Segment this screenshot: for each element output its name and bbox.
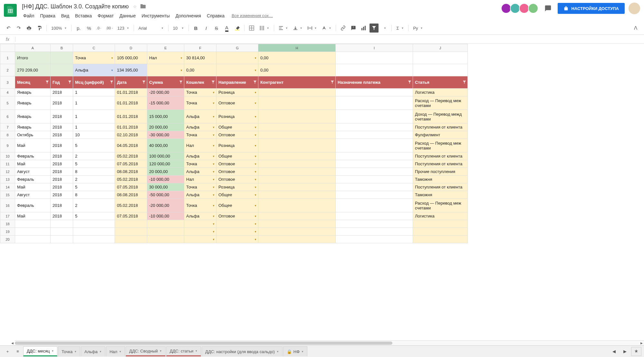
cell[interactable]: 1 [73, 123, 115, 131]
cell[interactable]: ▼ [216, 220, 258, 228]
col-header-J[interactable]: J [413, 44, 468, 52]
cell[interactable] [15, 228, 51, 236]
cell[interactable] [258, 89, 336, 96]
dropdown-arrow-icon[interactable]: ▼ [254, 162, 257, 165]
cell[interactable] [258, 139, 336, 152]
cell[interactable]: 20 000,00 [147, 123, 184, 131]
cell[interactable] [336, 139, 413, 152]
select-all-corner[interactable] [0, 44, 15, 52]
star-icon[interactable]: ☆ [133, 4, 137, 9]
cell[interactable] [147, 236, 184, 243]
cell[interactable] [336, 191, 413, 199]
cell[interactable]: Оптовое▼ [216, 212, 258, 220]
h-align-button[interactable]: ▼ [277, 24, 290, 33]
cell[interactable] [336, 176, 413, 183]
filter-icon[interactable] [408, 80, 411, 84]
dropdown-arrow-icon[interactable]: ▼ [254, 101, 257, 104]
cell[interactable]: Логистика [413, 89, 468, 96]
strikethrough-button[interactable]: S [212, 24, 221, 33]
col-header-D[interactable]: D [115, 44, 147, 52]
col-header-B[interactable]: B [51, 44, 73, 52]
cell[interactable] [258, 220, 336, 228]
row-header[interactable]: 15 [0, 191, 15, 199]
cell[interactable]: 2018 [51, 168, 73, 176]
filter-icon[interactable] [211, 80, 215, 84]
dropdown-arrow-icon[interactable]: ▼ [212, 178, 215, 181]
cell[interactable]: 2018 [51, 139, 73, 152]
cell[interactable]: Точка▼ [184, 96, 216, 110]
dropdown-arrow-icon[interactable]: ▼ [212, 193, 215, 196]
cell[interactable]: 2 [73, 199, 115, 212]
cell[interactable]: 105 000,00 [115, 52, 147, 64]
table-header-F[interactable]: Кошелек [184, 76, 216, 89]
cell[interactable] [336, 52, 413, 64]
dropdown-arrow-icon[interactable]: ▼ [254, 133, 257, 136]
cell[interactable]: 2018 [51, 96, 73, 110]
redo-button[interactable]: ↷ [14, 24, 23, 33]
row-header[interactable]: 10 [0, 152, 15, 160]
cell[interactable]: Январь [15, 89, 51, 96]
cell[interactable]: -30 000,00 [147, 131, 184, 139]
cell[interactable] [336, 236, 413, 243]
cell[interactable]: 2 [73, 176, 115, 183]
filter-icon[interactable] [179, 80, 183, 84]
cell[interactable]: Поступления от клиента [413, 152, 468, 160]
dropdown-arrow-icon[interactable]: ▼ [254, 170, 257, 173]
cell[interactable]: Доход — Перевод межд счетами [413, 110, 468, 123]
cell[interactable]: Февраль [15, 152, 51, 160]
saved-status[interactable]: Все изменения сох… [230, 12, 274, 20]
dropdown-arrow-icon[interactable]: ▼ [254, 115, 257, 118]
cell[interactable] [336, 64, 413, 76]
row-header[interactable]: 14 [0, 183, 15, 191]
cell[interactable]: 2018 [51, 131, 73, 139]
merge-cells-button[interactable]: ▼ [257, 24, 271, 33]
cell[interactable]: Май [15, 160, 51, 168]
user-avatar[interactable] [629, 3, 640, 14]
cell[interactable] [258, 168, 336, 176]
scroll-left-icon[interactable]: ◀ [10, 341, 15, 344]
cell[interactable] [258, 236, 336, 243]
menu-данные[interactable]: Данные [117, 12, 139, 20]
cell[interactable] [115, 228, 147, 236]
cell[interactable] [336, 89, 413, 96]
cell[interactable] [258, 183, 336, 191]
cell[interactable] [413, 220, 468, 228]
dropdown-arrow-icon[interactable]: ▼ [254, 215, 257, 217]
menu-вставка[interactable]: Вставка [72, 12, 94, 20]
cell[interactable]: Январь [15, 96, 51, 110]
dropdown-arrow-icon[interactable]: ▼ [254, 155, 257, 158]
dropdown-arrow-icon[interactable]: ▼ [111, 69, 113, 72]
cell[interactable]: Август [15, 168, 51, 176]
cell[interactable] [258, 110, 336, 123]
dropdown-arrow-icon[interactable]: ▼ [212, 115, 215, 118]
cell[interactable]: Точка▼ [184, 183, 216, 191]
cell[interactable] [336, 199, 413, 212]
cell[interactable]: 2018 [51, 89, 73, 96]
dropdown-arrow-icon[interactable]: ▼ [212, 186, 215, 188]
cell[interactable]: Альфа▼ [184, 110, 216, 123]
cell[interactable] [73, 228, 115, 236]
row-header[interactable]: 5 [0, 96, 15, 110]
cell[interactable] [336, 160, 413, 168]
collapse-toolbar-button[interactable]: ᐱ [631, 24, 640, 33]
dropdown-arrow-icon[interactable]: ▼ [212, 126, 215, 129]
menu-справка[interactable]: Справка [204, 12, 227, 20]
dropdown-arrow-icon[interactable]: ▼ [212, 238, 215, 241]
dropdown-arrow-icon[interactable]: ▼ [212, 215, 215, 217]
filter-icon[interactable] [463, 80, 466, 84]
cell[interactable] [15, 236, 51, 243]
col-header-E[interactable]: E [147, 44, 184, 52]
cell[interactable]: 20 000,00 [147, 168, 184, 176]
row-header[interactable]: 4 [0, 89, 15, 96]
dropdown-arrow-icon[interactable]: ▼ [254, 91, 257, 94]
menu-вид[interactable]: Вид [59, 12, 72, 20]
cell[interactable]: Поступления от клиента [413, 160, 468, 168]
cell[interactable]: Май [15, 139, 51, 152]
borders-button[interactable] [247, 24, 256, 33]
dropdown-arrow-icon[interactable]: ▼ [111, 56, 113, 59]
cell[interactable]: ▼ [216, 228, 258, 236]
cell[interactable]: Альфа▼ [184, 123, 216, 131]
cell[interactable] [73, 220, 115, 228]
cell[interactable]: Розница▼ [216, 110, 258, 123]
cell[interactable]: ▼ [184, 236, 216, 243]
